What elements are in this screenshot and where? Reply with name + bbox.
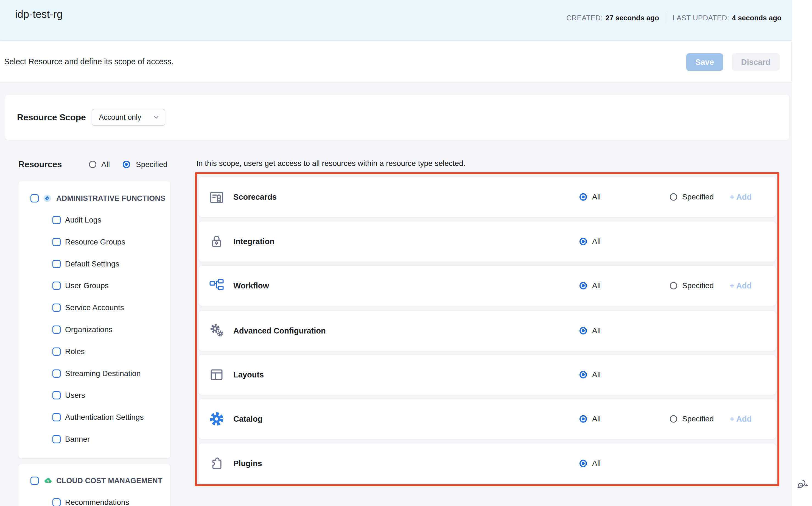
- resource-type-row: CatalogAllSpecified+ Add: [198, 399, 776, 439]
- resource-scope-card: Resource Scope Account only: [5, 95, 789, 140]
- resource-type-row: IntegrationAll: [198, 221, 776, 262]
- item-label: Service Accounts: [65, 303, 124, 312]
- resource-item-row: Authentication Settings: [18, 412, 170, 423]
- resources-all-radio[interactable]: [89, 161, 96, 168]
- resource-scope-value: Account only: [99, 113, 141, 122]
- item-checkbox[interactable]: [53, 391, 61, 400]
- resource-scope-select[interactable]: Account only: [92, 109, 165, 126]
- page-title: idp-test-rg: [15, 8, 63, 20]
- resource-group-header: $CLOUD COST MANAGEMENT: [18, 475, 170, 486]
- all-radio[interactable]: [580, 327, 587, 335]
- created-label: CREATED:: [566, 14, 603, 22]
- specified-radio-label: Specified: [682, 281, 714, 290]
- resource-type-label: Plugins: [233, 459, 262, 468]
- item-checkbox[interactable]: [53, 413, 61, 421]
- resource-item-row: Audit Logs: [18, 215, 170, 226]
- resource-types-highlight-box: ScorecardsAllSpecified+ AddIntegrationAl…: [195, 172, 779, 486]
- right-panel-strip: [791, 0, 812, 506]
- add-button[interactable]: + Add: [730, 281, 751, 290]
- specified-radio[interactable]: [670, 193, 677, 201]
- resource-type-label: Catalog: [233, 415, 263, 424]
- specified-radio[interactable]: [670, 415, 677, 423]
- group-checkbox[interactable]: [30, 194, 39, 202]
- save-button[interactable]: Save: [686, 53, 723, 71]
- item-checkbox[interactable]: [53, 326, 61, 334]
- item-checkbox[interactable]: [53, 304, 61, 312]
- chat-bubbles-icon[interactable]: [796, 478, 809, 490]
- scorecards-icon: [209, 189, 224, 205]
- item-checkbox[interactable]: [53, 260, 61, 268]
- workflow-icon: [209, 278, 224, 293]
- all-radio[interactable]: [580, 282, 587, 289]
- item-label: Default Settings: [65, 260, 119, 268]
- resources-specified-radio[interactable]: [123, 161, 130, 168]
- item-checkbox[interactable]: [53, 238, 61, 246]
- resource-type-label: Integration: [233, 237, 275, 246]
- resource-type-row: WorkflowAllSpecified+ Add: [198, 265, 776, 306]
- item-checkbox[interactable]: [53, 435, 61, 443]
- resource-item-row: Resource Groups: [18, 237, 170, 248]
- item-label: Resource Groups: [65, 238, 125, 246]
- svg-text:$: $: [47, 479, 49, 483]
- created-value: 27 seconds ago: [606, 14, 659, 22]
- all-radio[interactable]: [580, 193, 587, 201]
- specified-radio-label: Specified: [682, 192, 714, 201]
- resource-item-row: Service Accounts: [18, 302, 170, 313]
- layout-icon: [209, 367, 224, 383]
- item-checkbox[interactable]: [53, 347, 61, 356]
- item-label: Audit Logs: [65, 216, 101, 225]
- all-radio-label: All: [592, 192, 601, 201]
- specified-radio-label: Specified: [682, 415, 714, 423]
- item-label: Streaming Destination: [65, 369, 140, 378]
- resources-header: Resources All Specified: [18, 159, 170, 170]
- admin-functions-icon: [43, 194, 51, 202]
- add-button[interactable]: + Add: [730, 415, 751, 424]
- last-updated-value: 4 seconds ago: [732, 14, 782, 22]
- discard-button[interactable]: Discard: [732, 53, 780, 71]
- item-label: Recommendations: [65, 498, 129, 506]
- lock-icon: [209, 234, 224, 249]
- all-radio-label: All: [592, 415, 601, 423]
- item-checkbox[interactable]: [53, 498, 61, 506]
- header-meta: CREATED: 27 seconds ago LAST UPDATED: 4 …: [566, 0, 782, 36]
- group-checkbox[interactable]: [30, 477, 39, 485]
- last-updated-label: LAST UPDATED:: [673, 14, 729, 22]
- all-radio-label: All: [592, 237, 601, 246]
- item-checkbox[interactable]: [53, 281, 61, 290]
- item-label: Roles: [65, 347, 85, 356]
- item-label: User Groups: [65, 281, 109, 290]
- toolbar-description: Select Resource and define its scope of …: [4, 57, 174, 66]
- item-checkbox[interactable]: [53, 369, 61, 378]
- all-radio[interactable]: [580, 238, 587, 245]
- resource-item-row: Users: [18, 390, 170, 401]
- item-label: Authentication Settings: [65, 413, 143, 422]
- resource-type-label: Advanced Configuration: [233, 326, 326, 335]
- specified-radio[interactable]: [670, 282, 677, 289]
- group-label: ADMINISTRATIVE FUNCTIONS: [56, 194, 165, 203]
- all-radio-label: All: [592, 459, 601, 468]
- resource-type-row: LayoutsAll: [198, 354, 776, 395]
- resource-item-row: Roles: [18, 346, 170, 357]
- scope-description: In this scope, users get access to all r…: [196, 159, 465, 168]
- cloud-cost-icon: $: [43, 477, 51, 485]
- resources-group-card-cloud-cost: $CLOUD COST MANAGEMENTRecommendations: [18, 464, 170, 506]
- resource-type-row: Advanced ConfigurationAll: [198, 311, 776, 351]
- gear-icon: [209, 411, 224, 427]
- resource-item-row: User Groups: [18, 280, 170, 291]
- all-radio[interactable]: [580, 415, 587, 423]
- all-radio-label: All: [592, 326, 601, 335]
- resource-scope-label: Resource Scope: [17, 112, 86, 122]
- resources-specified-label: Specified: [136, 160, 168, 169]
- resources-title: Resources: [18, 160, 62, 169]
- item-checkbox[interactable]: [53, 216, 61, 224]
- puzzle-icon: [209, 456, 224, 471]
- item-label: Users: [65, 391, 85, 400]
- gears-icon: [209, 323, 224, 338]
- resource-type-label: Scorecards: [233, 192, 277, 202]
- all-radio[interactable]: [580, 460, 587, 467]
- add-button[interactable]: + Add: [730, 192, 751, 202]
- chevron-down-icon: [153, 114, 160, 121]
- resource-item-row: Default Settings: [18, 258, 170, 269]
- all-radio-label: All: [592, 370, 601, 379]
- all-radio[interactable]: [580, 371, 587, 378]
